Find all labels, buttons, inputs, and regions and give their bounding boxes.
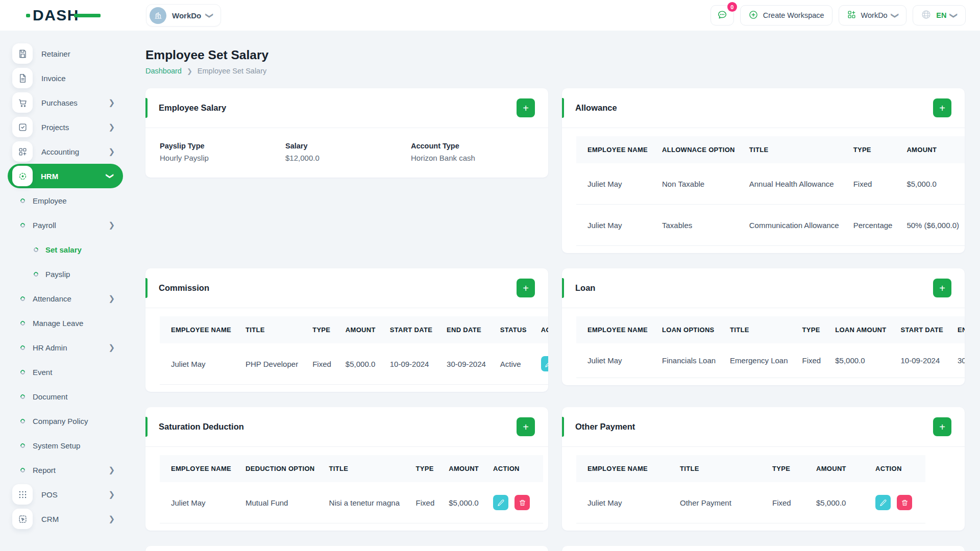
pencil-icon xyxy=(497,499,505,507)
table-cell: $5,000.0 xyxy=(809,482,868,523)
table-header-row: EMPLOYEE NAMELOAN OPTIONSTITLETYPELOAN A… xyxy=(576,316,965,343)
table-cell: 10-09-2024 xyxy=(894,343,950,378)
add-allowance-button[interactable]: + xyxy=(933,98,951,117)
salary-field-salary: Salary$12,000.0 xyxy=(285,142,411,162)
sidebar-item-crm[interactable]: CRM❯ xyxy=(0,507,131,531)
add-other-payment-button[interactable]: + xyxy=(933,417,951,436)
pencil-icon xyxy=(545,360,548,368)
sidebar-item-set-salary[interactable]: Set salary xyxy=(0,237,131,262)
main-content: Employee Set Salary Dashboard ❯ Employee… xyxy=(131,31,980,551)
salary-fields: Payslip TypeHourly PayslipSalary$12,000.… xyxy=(145,128,548,178)
table-cell: Annual Health Allowance xyxy=(742,163,846,205)
create-workspace-label: Create Workspace xyxy=(763,11,824,19)
column-header: TYPE xyxy=(795,316,828,343)
table-cell: $5,000.0 xyxy=(442,482,486,523)
field-value: Hourly Payslip xyxy=(160,154,285,162)
delete-button[interactable] xyxy=(897,495,912,510)
messages-button[interactable]: 0 xyxy=(710,5,734,26)
sidebar-item-purchases[interactable]: Purchases❯ xyxy=(0,90,131,115)
trash-icon xyxy=(901,499,909,507)
breadcrumb-dashboard-link[interactable]: Dashboard xyxy=(145,67,182,75)
chevron-down-icon: ❯ xyxy=(891,12,899,19)
chevron-down-icon: ❯ xyxy=(950,12,958,19)
table-header-row: EMPLOYEE NAMETITLETYPEAMOUNTSTART DATEEN… xyxy=(160,316,548,343)
edit-button[interactable] xyxy=(541,356,548,371)
workdo-menu-button[interactable]: WorkDo ❯ xyxy=(839,5,907,26)
table-header-row: EMPLOYEE NAMETITLETYPEAMOUNTACTION xyxy=(576,455,925,482)
table-cell: Emergency Loan xyxy=(723,343,795,378)
pos-icon xyxy=(12,484,33,505)
app-logo[interactable]: DASH xyxy=(0,7,131,24)
sidebar-item-payroll[interactable]: Payroll❯ xyxy=(0,213,131,237)
column-header: TITLE xyxy=(238,316,305,343)
table-cell: Fixed xyxy=(409,482,442,523)
retainer-icon xyxy=(12,43,33,64)
sidebar-item-retainer[interactable]: Retainer xyxy=(0,41,131,66)
add-saturation-deduction-button[interactable]: + xyxy=(517,417,535,436)
sidebar-item-report[interactable]: Report❯ xyxy=(0,458,131,482)
salary-field-payslip-type: Payslip TypeHourly Payslip xyxy=(160,142,285,162)
delete-button[interactable] xyxy=(514,495,530,510)
overtime-card: Overtime + xyxy=(145,546,548,551)
sidebar-item-company-policy[interactable]: Company Policy xyxy=(0,409,131,433)
column-header: TYPE xyxy=(305,316,338,343)
workspace-selector[interactable]: WorkDo ❯ xyxy=(146,4,221,27)
sidebar-item-system-setup[interactable]: System Setup xyxy=(0,433,131,458)
table-cell: Fixed xyxy=(765,482,809,523)
sidebar-item-hrm[interactable]: HRM❯ xyxy=(8,164,123,188)
table-cell: Mutual Fund xyxy=(238,482,322,523)
chevron-right-icon: ❯ xyxy=(108,122,115,132)
edit-button[interactable] xyxy=(875,495,891,510)
table-cell: Fixed xyxy=(795,343,828,378)
add-employee-salary-button[interactable]: + xyxy=(517,98,535,117)
breadcrumb: Dashboard ❯ Employee Set Salary xyxy=(145,67,965,75)
allowance-table: EMPLOYEE NAMEALLOWNACE OPTIONTITLETYPEAM… xyxy=(576,136,965,246)
sidebar-item-employee[interactable]: Employee xyxy=(0,188,131,213)
field-value: $12,000.0 xyxy=(285,154,411,162)
sidebar-item-label: Invoice xyxy=(41,74,66,83)
table-cell: Juliet May xyxy=(160,343,238,385)
sidebar-item-document[interactable]: Document xyxy=(0,384,131,409)
create-workspace-button[interactable]: Create Workspace xyxy=(740,5,832,26)
sidebar-item-invoice[interactable]: Invoice xyxy=(0,66,131,90)
column-header: ACTION xyxy=(534,316,548,343)
sidebar-item-hr-admin[interactable]: HR Admin❯ xyxy=(0,335,131,360)
sidebar-item-label: Purchases xyxy=(41,98,78,107)
grid-plus-icon xyxy=(847,10,856,21)
sidebar-item-event[interactable]: Event xyxy=(0,360,131,384)
sidebar-item-label: Retainer xyxy=(41,49,70,58)
sidebar-item-pos[interactable]: POS❯ xyxy=(0,482,131,507)
table-row: Juliet MayNon TaxableAnnual Health Allow… xyxy=(576,163,965,205)
hrm-icon xyxy=(12,166,33,186)
table-row: Juliet MayFinancials LoanEmergency LoanF… xyxy=(576,343,965,378)
bullet-icon xyxy=(19,442,26,449)
bullet-icon xyxy=(19,393,26,400)
table-cell: Financials Loan xyxy=(655,343,723,378)
column-header: END DATE xyxy=(950,316,965,343)
table-cell: Percentage xyxy=(846,205,900,246)
card-title: Loan xyxy=(575,283,595,293)
sidebar-menu: RetainerInvoicePurchases❯Projects❯Accoun… xyxy=(0,41,131,531)
edit-button[interactable] xyxy=(493,495,508,510)
sidebar-item-attendance[interactable]: Attendance❯ xyxy=(0,286,131,311)
bullet-icon xyxy=(19,344,26,351)
chevron-right-icon: ❯ xyxy=(108,343,115,352)
add-commission-button[interactable]: + xyxy=(517,279,535,297)
chevron-right-icon: ❯ xyxy=(108,514,115,523)
crm-icon xyxy=(12,509,33,529)
sidebar-item-payslip[interactable]: Payslip xyxy=(0,262,131,286)
bullet-icon xyxy=(19,320,26,327)
language-button[interactable]: EN ❯ xyxy=(913,5,966,26)
other-payment-card: Other Payment + EMPLOYEE NAMETITLETYPEAM… xyxy=(562,407,965,531)
column-header: ACTION xyxy=(486,455,543,482)
sidebar-item-manage-leave[interactable]: Manage Leave xyxy=(0,311,131,335)
sidebar-item-accounting[interactable]: Accounting❯ xyxy=(0,139,131,164)
sidebar-item-label: Accounting xyxy=(41,147,79,156)
breadcrumb-current: Employee Set Salary xyxy=(198,67,266,75)
chevron-right-icon: ❯ xyxy=(108,98,115,107)
column-header: TITLE xyxy=(742,136,846,163)
bullet-icon xyxy=(19,369,26,375)
add-loan-button[interactable]: + xyxy=(933,279,951,297)
sidebar-item-projects[interactable]: Projects❯ xyxy=(0,115,131,139)
column-header: TYPE xyxy=(846,136,900,163)
